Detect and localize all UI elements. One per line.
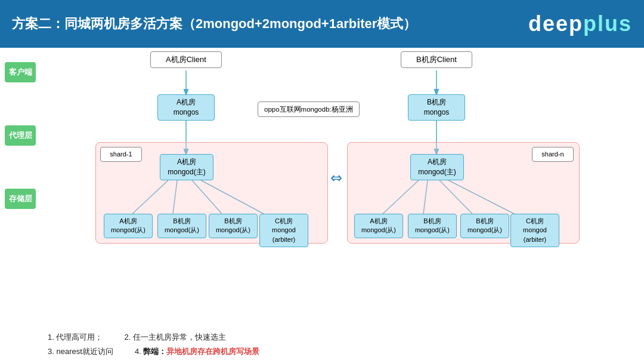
main-mongod-right: A机房 mongod(主) (410, 154, 464, 180)
sub-b2-right: B机房 mongod(从) (460, 214, 509, 238)
sub-a-right: A机房 mongod(从) (354, 214, 403, 238)
label-client: 客户端 (5, 62, 36, 82)
sidebar-labels: 客户端 代理层 存储层 (0, 48, 43, 363)
logo: deepplus (528, 11, 632, 36)
proxy-a-line1: A机房 (163, 97, 209, 107)
shardn-label: shard-n (541, 150, 564, 158)
shard1-box: shard-1 (100, 147, 142, 162)
note-4-highlight: 异地机房存在跨机房写场景 (166, 347, 259, 356)
logo-text: deepplus (528, 11, 632, 36)
header: 方案二：同城两机房多活方案（2mongod+2mongod+1arbiter模式… (0, 0, 644, 48)
notes-line1: 1. 代理高可用； 2. 任一主机房异常，快速选主 (48, 330, 639, 344)
label-storage: 存储层 (5, 189, 36, 209)
main-right-l2: mongod(主) (416, 167, 459, 177)
shard1-label: shard-1 (110, 150, 132, 158)
page-title: 方案二：同城两机房多活方案（2mongod+2mongod+1arbiter模式… (12, 15, 416, 33)
double-arrow: ⇔ (318, 167, 354, 189)
proxy-a-box: A机房 mongos (157, 94, 215, 121)
label-proxy: 代理层 (5, 125, 36, 146)
client-b-label: B机房Client (416, 55, 457, 64)
main-right-l1: A机房 (416, 157, 459, 167)
main-left-l1: A机房 (165, 157, 208, 167)
oppo-label: oppo互联网mongodb:杨亚洲 (264, 106, 353, 113)
sub-c-left: C机房 mongod (arbiter) (259, 214, 308, 247)
notes: 1. 代理高可用； 2. 任一主机房异常，快速选主 3. nearest就近访问… (48, 330, 639, 358)
sub-b1-right: B机房 mongod(从) (408, 214, 457, 238)
main-mongod-left: A机房 mongod(主) (160, 154, 213, 180)
client-b-box: B机房Client (401, 51, 472, 68)
oppo-box: oppo互联网mongodb:杨亚洲 (258, 101, 360, 117)
shardn-box: shard-n (532, 147, 574, 162)
note-2: 2. 任一主机房异常，快速选主 (125, 333, 226, 342)
proxy-b-box: B机房 mongos (408, 94, 465, 121)
note-1: 1. 代理高可用； (48, 333, 103, 342)
main-content: 客户端 代理层 存储层 (0, 48, 644, 363)
sub-c-right: C机房 mongod (arbiter) (510, 214, 559, 247)
note-4-bold: 弊端： (143, 347, 166, 356)
proxy-b-line1: B机房 (413, 97, 460, 107)
sub-b2-left: B机房 mongod(从) (209, 214, 258, 238)
main-left-l2: mongod(主) (165, 167, 208, 177)
note-3: 3. nearest就近访问 (48, 347, 113, 356)
proxy-a-line2: mongos (163, 107, 209, 118)
diagram: A机房Client B机房Client A机房 mongos B机房 mongo… (43, 48, 644, 363)
proxy-b-line2: mongos (413, 107, 460, 118)
sub-a-left: A机房 mongod(从) (104, 214, 153, 238)
client-a-label: A机房Client (166, 55, 206, 64)
note-4-prefix: 4. (135, 347, 143, 356)
client-a-box: A机房Client (150, 51, 222, 68)
sub-b1-left: B机房 mongod(从) (157, 214, 206, 238)
notes-line2: 3. nearest就近访问 4. 弊端：异地机房存在跨机房写场景 (48, 344, 639, 358)
